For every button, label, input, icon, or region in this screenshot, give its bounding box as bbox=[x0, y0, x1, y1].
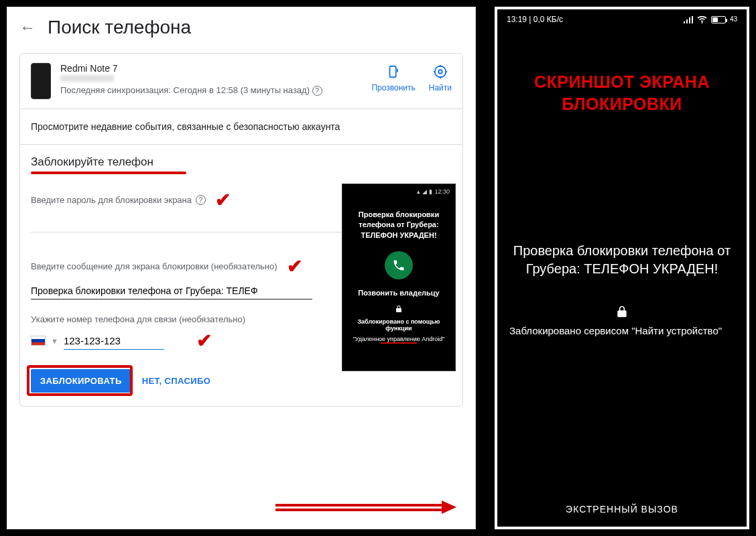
preview-message: Проверка блокировки телефона от Грубера:… bbox=[348, 210, 450, 241]
svg-point-10 bbox=[701, 22, 702, 23]
page-title: Поиск телефона bbox=[48, 17, 191, 38]
lockscreen-subtext: Заблокировано сервисом "Найти устройство… bbox=[507, 325, 737, 336]
signal-icon: ▴ bbox=[417, 188, 420, 195]
phone-thumbnail-icon bbox=[31, 63, 51, 99]
lockscreen-screenshot: 13:19 | 0,0 КБ/с 43 СКРИНШОТ ЭКРАНА БЛОК… bbox=[495, 7, 749, 529]
lock-heading-wrap: Заблокируйте телефон bbox=[31, 155, 452, 174]
header: ← Поиск телефона bbox=[7, 7, 475, 48]
redacted-account bbox=[60, 75, 114, 82]
no-thanks-button[interactable]: НЕТ, СПАСИБО bbox=[142, 376, 211, 386]
lock-button[interactable]: ЗАБЛОКИРОВАТЬ bbox=[31, 369, 131, 393]
preview-status-bar: ▴ ◢ ▮ 12:30 bbox=[348, 188, 450, 195]
preview-time: 12:30 bbox=[434, 188, 450, 195]
back-arrow-icon[interactable]: ← bbox=[19, 18, 36, 37]
russia-flag-icon[interactable] bbox=[31, 336, 46, 346]
sync-text: Последняя синхронизация: Сегодня в 12:58… bbox=[60, 85, 310, 95]
lockscreen-message: Проверка блокировки телефона от Грубера:… bbox=[507, 242, 737, 278]
help-icon[interactable]: ? bbox=[196, 195, 206, 205]
svg-rect-6 bbox=[684, 21, 685, 23]
phone-input[interactable] bbox=[64, 332, 164, 350]
wifi-icon: ◢ bbox=[422, 188, 427, 195]
svg-rect-9 bbox=[692, 16, 693, 23]
emergency-call-button[interactable]: ЭКСТРЕННЫЙ ВЫЗОВ bbox=[566, 504, 678, 515]
button-row: ЗАБЛОКИРОВАТЬ НЕТ, СПАСИБО bbox=[31, 369, 452, 398]
svg-rect-7 bbox=[686, 19, 688, 23]
lockscreen-preview: ▴ ◢ ▮ 12:30 Проверка блокировки телефона… bbox=[342, 184, 456, 371]
content-card: Redmi Note 7 Последняя синхронизация: Се… bbox=[19, 53, 463, 407]
check-annotation-icon: ✔ bbox=[215, 189, 231, 211]
svg-rect-8 bbox=[689, 17, 690, 23]
lock-icon bbox=[615, 305, 629, 318]
status-bar: 13:19 | 0,0 КБ/с 43 bbox=[507, 15, 737, 24]
svg-point-1 bbox=[438, 70, 442, 74]
svg-point-2 bbox=[435, 66, 446, 78]
help-icon[interactable]: ? bbox=[312, 86, 322, 96]
call-owner-button[interactable] bbox=[385, 251, 413, 279]
country-dropdown-icon[interactable]: ▼ bbox=[51, 337, 58, 345]
call-owner-label: Позвонить владельцу bbox=[358, 289, 439, 297]
password-label-text: Введите пароль для блокировки экрана bbox=[31, 195, 192, 205]
arrow-annotation-icon bbox=[275, 500, 456, 514]
check-annotation-icon: ✔ bbox=[196, 330, 212, 352]
device-info: Redmi Note 7 Последняя синхронизация: Се… bbox=[60, 63, 371, 96]
status-time: 13:19 | 0,0 КБ/с bbox=[507, 15, 563, 24]
ring-button[interactable]: Прозвонить bbox=[371, 63, 415, 92]
message-input[interactable]: Проверка блокировки телефона от Грубера:… bbox=[31, 281, 312, 299]
lock-icon bbox=[395, 305, 403, 313]
ring-label: Прозвонить bbox=[371, 83, 415, 92]
find-button[interactable]: Найти bbox=[429, 63, 452, 92]
signal-icon bbox=[684, 16, 693, 23]
svg-marker-5 bbox=[442, 500, 456, 514]
battery-icon: ▮ bbox=[429, 188, 432, 195]
lock-heading: Заблокируйте телефон bbox=[31, 155, 153, 170]
battery-icon bbox=[711, 16, 726, 23]
message-label-text: Введите сообщение для экрана блокировки … bbox=[31, 261, 277, 271]
svg-rect-0 bbox=[390, 66, 396, 78]
preview-footer-2: "Удаленное управление Android" bbox=[353, 336, 444, 342]
ring-icon bbox=[385, 63, 402, 80]
lock-section: Заблокируйте телефон Введите пароль для … bbox=[20, 145, 462, 406]
sync-status: Последняя синхронизация: Сегодня в 12:58… bbox=[60, 84, 371, 96]
battery-level: 43 bbox=[730, 15, 737, 23]
status-icons: 43 bbox=[684, 15, 737, 24]
find-icon bbox=[432, 63, 449, 80]
red-underline-annotation bbox=[31, 172, 186, 174]
device-actions: Прозвонить Найти bbox=[371, 63, 452, 92]
device-row: Redmi Note 7 Последняя синхронизация: Се… bbox=[20, 54, 462, 109]
find-label: Найти bbox=[429, 83, 452, 92]
find-phone-panel: ← Поиск телефона Redmi Note 7 Последняя … bbox=[7, 7, 476, 529]
preview-footer-1: Заблокировано с помощью функции bbox=[348, 318, 450, 332]
overlay-caption: СКРИНШОТ ЭКРАНА БЛОКИРОВКИ bbox=[507, 71, 737, 115]
device-name: Redmi Note 7 bbox=[60, 63, 371, 74]
check-annotation-icon: ✔ bbox=[287, 255, 302, 277]
wifi-icon bbox=[697, 16, 707, 23]
security-notice[interactable]: Просмотрите недавние события, связанные … bbox=[20, 109, 462, 145]
